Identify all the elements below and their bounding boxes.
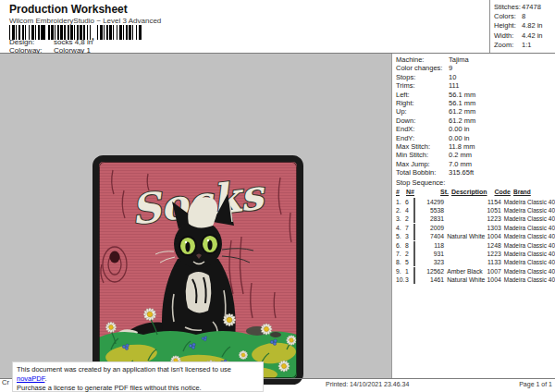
machine-label: Machine:	[396, 55, 449, 64]
row-num: 9.	[396, 268, 405, 275]
row-needle: 4	[405, 207, 413, 214]
max-stitch-value: 11.8 mm	[449, 142, 475, 151]
up-label: Up:	[396, 107, 449, 116]
row-brand: Madeira Classic 40	[501, 242, 555, 249]
row-needle: 3	[405, 276, 413, 283]
stop-sequence-row: 4.720091303Madeira Classic 40	[396, 224, 555, 232]
row-stitches: 2831	[423, 215, 444, 222]
barcode-bars	[97, 25, 142, 40]
width-value: 4.42 in	[522, 31, 543, 41]
row-stitches: 323	[423, 259, 444, 265]
design-preview-area: Socks	[0, 54, 392, 378]
thread-color-swatch	[413, 232, 415, 240]
zoom-label: Zoom:	[494, 41, 522, 50]
row-code: 1004	[486, 276, 500, 283]
endy-label: EndY:	[396, 134, 449, 142]
row-needle: 8	[405, 242, 413, 249]
stop-sequence-row: 5.37404Natural White1004Madeira Classic …	[396, 232, 555, 240]
min-stitch-value: 0.2 mm	[449, 151, 472, 159]
row-stitches: 12562	[423, 268, 444, 275]
page-title: Production Worksheet	[9, 3, 128, 16]
stop-sequence-row: 2.455381051Madeira Classic 40	[396, 206, 555, 214]
row-brand: Madeira Classic 40	[501, 276, 555, 283]
thread-color-swatch	[413, 250, 415, 258]
col-description: Description	[449, 189, 494, 197]
row-num: 1.	[396, 199, 405, 205]
row-stitches: 14299	[423, 199, 444, 205]
row-code: 1303	[486, 225, 500, 231]
stop-sequence-row: 7.29311223Madeira Classic 40	[396, 250, 555, 258]
total-bobbin-value: 315.65ft	[449, 168, 474, 177]
row-code: 1223	[486, 251, 500, 257]
app-subtitle: Wilcom EmbroideryStudio ~ Level 3 Advanc…	[9, 17, 161, 25]
stop-sequence-title: Stop Sequence:	[396, 178, 555, 187]
wood-knot	[110, 251, 120, 263]
total-bobbin-label: Total Bobbin:	[396, 168, 449, 177]
embroidery-patch: Socks	[92, 155, 303, 385]
machine-value: Tajima	[449, 55, 469, 64]
col-swatch	[415, 189, 426, 197]
row-brand: Madeira Classic 40	[501, 268, 555, 275]
row-code: 1248	[486, 242, 500, 249]
row-stitches: 931	[423, 251, 444, 257]
thread-color-swatch	[413, 198, 415, 206]
col-code: Code	[494, 189, 511, 197]
row-brand: Madeira Classic 40	[501, 259, 555, 265]
row-stitches: 1461	[423, 276, 444, 283]
stop-sequence-row: 10.31461Natural White1004Madeira Classic…	[396, 276, 555, 284]
row-description: Amber Black	[444, 268, 486, 275]
header: Production Worksheet Wilcom EmbroiderySt…	[0, 0, 555, 54]
height-label: Height:	[494, 21, 522, 31]
machine-details-panel: Machine:Tajima Color changes:9 Stops:10 …	[393, 54, 555, 378]
thread-color-swatch	[413, 241, 415, 250]
cat-chest-patch	[186, 272, 212, 312]
right-label: Right:	[396, 99, 449, 107]
row-num: 4.	[396, 225, 405, 231]
row-code: 1133	[486, 259, 500, 265]
row-needle: 5	[405, 259, 413, 265]
row-code: 1004	[486, 233, 500, 239]
stops-value: 10	[449, 73, 456, 81]
notice-period: .	[44, 374, 46, 383]
down-value: 61.2 mm	[449, 116, 475, 125]
endx-label: EndX:	[396, 125, 449, 133]
zoom-value: 1:1	[522, 41, 531, 50]
thread-color-swatch	[413, 224, 415, 232]
design-value: socks 4,8 in	[54, 38, 92, 46]
color-changes-label: Color changes:	[396, 64, 449, 72]
max-jump-label: Max Jump:	[396, 160, 449, 168]
col-brand: Brand	[511, 189, 531, 197]
colors-value: 8	[522, 12, 525, 21]
endy-value: 0.00 in	[449, 134, 470, 142]
row-code: 1154	[486, 199, 500, 205]
stop-sequence-row: 1.6142991154Madeira Classic 40	[396, 197, 555, 205]
down-label: Down:	[396, 116, 449, 125]
row-description: Natural White	[444, 233, 486, 239]
novapdf-notice: This document was created by an applicat…	[12, 361, 264, 392]
stone	[270, 332, 281, 337]
row-stitches: 2009	[423, 225, 444, 231]
novapdf-link[interactable]: novaPDF	[17, 374, 44, 383]
height-value: 4.82 in	[522, 21, 543, 31]
stop-sequence-row: 3.228311223Madeira Classic 40	[396, 214, 555, 223]
row-num: 8.	[396, 259, 405, 265]
row-num: 10.	[396, 276, 405, 283]
stops-label: Stops:	[396, 73, 449, 81]
row-num: 6.	[396, 242, 405, 249]
stop-sequence-row: 9.112562Amber Black1007Madeira Classic 4…	[396, 267, 555, 276]
design-row: Design: socks 4,8 in	[9, 38, 92, 46]
width-label: Width:	[494, 31, 522, 41]
row-needle: 2	[405, 251, 413, 257]
row-code: 1223	[486, 215, 500, 222]
row-needle: 7	[405, 225, 413, 231]
color-changes-value: 9	[449, 64, 452, 72]
min-stitch-label: Min Stitch:	[396, 151, 449, 159]
row-code: 1051	[486, 207, 500, 214]
stop-sequence-row: 6.81181248Madeira Classic 40	[396, 240, 555, 249]
row-num: 5.	[396, 233, 405, 239]
thread-color-swatch	[413, 267, 415, 276]
col-stitches: St.	[426, 189, 449, 197]
notice-text-2: Purchase a license to generate PDF files…	[17, 384, 202, 392]
production-worksheet-page: Production Worksheet Wilcom EmbroiderySt…	[0, 0, 555, 392]
col-number: #	[396, 189, 406, 197]
